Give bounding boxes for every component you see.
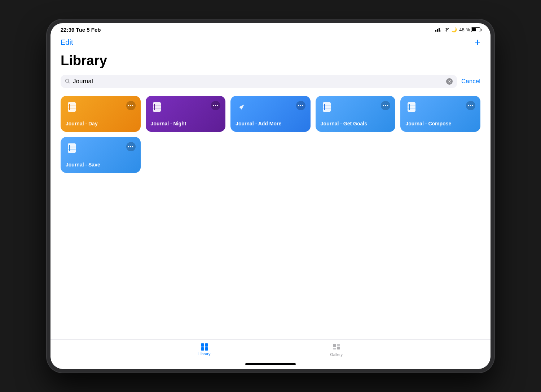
shortcut-card-journal-save[interactable]: ••• Journal - Save	[61, 137, 141, 173]
search-cancel-button[interactable]: Cancel	[461, 78, 480, 85]
moon-icon: 🌙	[451, 27, 457, 32]
search-bar: ✕	[61, 75, 457, 88]
svg-rect-12	[323, 106, 331, 106]
journal-get-goals-more-button[interactable]: •••	[381, 101, 390, 110]
shortcut-card-journal-compose[interactable]: ••• Journal - Compose	[400, 96, 480, 132]
journal-day-icon	[66, 101, 78, 113]
journal-compose-name: Journal - Compose	[405, 121, 475, 127]
svg-point-0	[446, 31, 447, 31]
tab-bar: Library Gallery	[50, 339, 491, 359]
page-title: Library	[61, 52, 480, 68]
svg-rect-4	[68, 106, 76, 106]
svg-rect-15	[409, 104, 410, 110]
svg-rect-5	[68, 108, 76, 108]
search-input[interactable]	[73, 78, 443, 85]
device-frame: 22:39 Tue 5 Feb 🌙	[47, 19, 494, 373]
svg-rect-22	[333, 344, 336, 347]
shortcut-card-journal-day[interactable]: ••• Journal - Day	[61, 96, 141, 132]
journal-night-more-button[interactable]: •••	[211, 101, 220, 110]
tab-gallery[interactable]: Gallery	[330, 343, 343, 357]
tab-library[interactable]: Library	[198, 343, 211, 357]
add-button[interactable]: +	[475, 36, 480, 48]
search-container: ✕ Cancel	[61, 75, 480, 88]
gallery-tab-label: Gallery	[330, 352, 343, 357]
journal-add-more-more-button[interactable]: •••	[296, 101, 305, 110]
svg-rect-21	[68, 149, 76, 150]
journal-night-name: Journal - Night	[151, 121, 221, 127]
svg-rect-13	[323, 108, 331, 108]
nav-bar: Edit +	[50, 35, 491, 52]
journal-get-goals-icon	[321, 101, 333, 113]
shortcuts-grid-row1: ••• Journal - Day	[61, 96, 480, 132]
edit-button[interactable]: Edit	[61, 38, 73, 46]
journal-night-icon	[151, 101, 163, 113]
home-indicator	[50, 359, 491, 369]
journal-add-more-icon	[236, 101, 248, 113]
journal-day-name: Journal - Day	[66, 121, 136, 127]
journal-save-name: Journal - Save	[66, 162, 136, 168]
library-icon	[201, 343, 208, 351]
svg-rect-9	[153, 108, 161, 108]
journal-save-icon	[66, 142, 78, 154]
status-time: 22:39 Tue 5 Feb	[61, 27, 101, 33]
shortcuts-grid-row2: ••• Journal - Save	[61, 137, 480, 173]
svg-rect-24	[333, 348, 336, 349]
signal-bars-icon	[435, 28, 441, 32]
search-icon	[65, 79, 70, 85]
device-screen: 22:39 Tue 5 Feb 🌙	[50, 23, 491, 369]
svg-rect-20	[68, 147, 76, 147]
svg-rect-8	[153, 106, 161, 106]
wifi-icon	[443, 27, 449, 33]
gallery-icon	[333, 343, 340, 351]
battery-icon: 48 %	[459, 27, 480, 32]
shortcut-card-journal-get-goals[interactable]: ••• Journal - Get Goals	[316, 96, 396, 132]
svg-rect-16	[408, 106, 415, 106]
journal-day-more-button[interactable]: •••	[126, 101, 136, 110]
journal-save-more-button[interactable]: •••	[126, 142, 136, 151]
journal-compose-icon	[405, 101, 418, 113]
svg-rect-7	[154, 104, 155, 110]
main-content: Library ✕ Cancel	[50, 52, 491, 339]
svg-rect-17	[408, 108, 415, 108]
shortcut-card-journal-add-more[interactable]: ••• Journal - Add More	[230, 96, 311, 132]
journal-get-goals-name: Journal - Get Goals	[321, 121, 391, 127]
library-tab-label: Library	[198, 352, 211, 356]
status-icons: 🌙 48 %	[435, 27, 480, 33]
svg-rect-25	[337, 347, 340, 349]
svg-rect-11	[324, 104, 325, 110]
svg-rect-3	[69, 104, 70, 110]
journal-compose-more-button[interactable]: •••	[466, 101, 475, 110]
search-clear-button[interactable]: ✕	[446, 78, 453, 85]
svg-rect-23	[337, 344, 340, 346]
status-bar: 22:39 Tue 5 Feb 🌙	[50, 23, 491, 35]
home-bar	[245, 363, 296, 365]
svg-rect-19	[69, 145, 70, 151]
shortcut-card-journal-night[interactable]: ••• Journal - Night	[146, 96, 226, 132]
journal-add-more-name: Journal - Add More	[236, 121, 305, 127]
